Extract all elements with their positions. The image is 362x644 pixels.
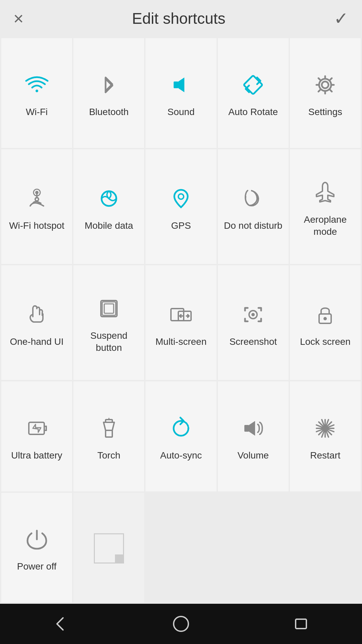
confirm-button[interactable]: ✓ bbox=[334, 8, 349, 29]
shortcut-auto-rotate[interactable]: Auto Rotate bbox=[218, 38, 289, 148]
mobile-data-icon bbox=[94, 183, 124, 214]
screenshot-icon bbox=[238, 300, 268, 330]
shortcut-gps[interactable]: GPS bbox=[145, 149, 216, 264]
svg-point-10 bbox=[178, 194, 184, 199]
auto-sync-label: Auto-sync bbox=[160, 449, 202, 462]
wifi-icon bbox=[22, 70, 52, 100]
mobile-data-label: Mobile data bbox=[84, 220, 133, 232]
shortcut-aeroplane-mode[interactable]: Aeroplane mode bbox=[290, 149, 361, 264]
settings-icon bbox=[310, 70, 340, 100]
shortcut-sound[interactable]: Sound bbox=[145, 38, 216, 148]
shortcut-multi-screen[interactable]: Multi-screen bbox=[145, 265, 216, 380]
suspend-icon bbox=[94, 293, 124, 324]
do-not-disturb-icon bbox=[238, 183, 268, 214]
svg-rect-11 bbox=[101, 301, 117, 317]
one-hand-icon bbox=[22, 300, 52, 330]
shortcut-one-hand-ui[interactable]: One-hand UI bbox=[1, 265, 72, 380]
empty-slot[interactable] bbox=[73, 493, 144, 602]
volume-label: Volume bbox=[237, 449, 268, 462]
bluetooth-label: Bluetooth bbox=[89, 106, 129, 118]
svg-point-17 bbox=[251, 313, 255, 316]
page-title: Edit shortcuts bbox=[132, 9, 226, 28]
shortcut-screenshot[interactable]: Screenshot bbox=[218, 265, 289, 380]
shortcut-ultra-battery[interactable]: Ultra battery bbox=[1, 381, 72, 491]
svg-rect-22 bbox=[106, 430, 112, 437]
shortcut-wifi[interactable]: Wi-Fi bbox=[1, 38, 72, 148]
torch-icon bbox=[94, 413, 124, 443]
auto-rotate-icon bbox=[238, 70, 268, 100]
svg-point-5 bbox=[319, 79, 331, 91]
shortcut-wifi-hotspot[interactable]: Wi-Fi hotspot bbox=[1, 149, 72, 264]
shortcut-suspend-button[interactable]: Suspend button bbox=[73, 265, 144, 380]
aeroplane-icon bbox=[310, 177, 340, 208]
power-off-icon bbox=[22, 524, 52, 554]
shortcut-restart[interactable]: Restart bbox=[290, 381, 361, 491]
lock-screen-icon bbox=[310, 300, 340, 330]
settings-label: Settings bbox=[308, 106, 342, 118]
svg-point-33 bbox=[174, 616, 188, 631]
ultra-battery-label: Ultra battery bbox=[11, 449, 62, 462]
shortcut-settings[interactable]: Settings bbox=[290, 38, 361, 148]
svg-point-4 bbox=[322, 82, 328, 88]
multi-screen-label: Multi-screen bbox=[156, 336, 206, 348]
wifi-hotspot-label: Wi-Fi hotspot bbox=[9, 220, 64, 232]
sound-label: Sound bbox=[168, 106, 195, 118]
shortcut-do-not-disturb[interactable]: Do not disturb bbox=[218, 149, 289, 264]
svg-rect-14 bbox=[171, 309, 184, 321]
wifi-hotspot-icon bbox=[22, 183, 52, 214]
recents-button[interactable] bbox=[288, 610, 315, 637]
svg-rect-24 bbox=[244, 425, 249, 432]
multi-screen-icon bbox=[166, 300, 196, 330]
shortcut-torch[interactable]: Torch bbox=[73, 381, 144, 491]
svg-rect-13 bbox=[104, 304, 114, 313]
suspend-label: Suspend button bbox=[77, 330, 141, 354]
ultra-battery-icon bbox=[22, 413, 52, 443]
shortcut-lock-screen[interactable]: Lock screen bbox=[290, 265, 361, 380]
auto-sync-icon bbox=[166, 413, 196, 443]
bluetooth-icon bbox=[94, 70, 124, 100]
back-button[interactable] bbox=[47, 610, 74, 637]
shortcut-bluetooth[interactable]: Bluetooth bbox=[73, 38, 144, 148]
shortcut-mobile-data[interactable]: Mobile data bbox=[73, 149, 144, 264]
svg-rect-2 bbox=[174, 82, 178, 88]
sound-icon bbox=[166, 70, 196, 100]
home-button[interactable] bbox=[168, 610, 194, 637]
svg-rect-3 bbox=[244, 75, 263, 95]
restart-label: Restart bbox=[310, 449, 340, 462]
aeroplane-label: Aeroplane mode bbox=[293, 214, 357, 238]
one-hand-label: One-hand UI bbox=[10, 336, 63, 348]
shortcut-auto-sync[interactable]: Auto-sync bbox=[145, 381, 216, 491]
torch-label: Torch bbox=[98, 449, 120, 462]
screenshot-label: Screenshot bbox=[229, 336, 277, 348]
volume-icon bbox=[238, 413, 268, 443]
close-button[interactable]: × bbox=[13, 8, 23, 29]
header: × Edit shortcuts ✓ bbox=[0, 0, 362, 37]
svg-point-19 bbox=[323, 317, 327, 320]
shortcut-power-off[interactable]: Power off bbox=[1, 493, 72, 602]
restart-icon bbox=[310, 413, 340, 443]
do-not-disturb-label: Do not disturb bbox=[224, 220, 282, 232]
gps-icon bbox=[166, 183, 196, 214]
auto-rotate-label: Auto Rotate bbox=[228, 106, 278, 118]
shortcuts-grid: Wi-Fi Bluetooth Sound bbox=[0, 37, 362, 604]
bottom-navigation bbox=[0, 604, 362, 644]
gps-label: GPS bbox=[171, 220, 191, 232]
shortcut-volume[interactable]: Volume bbox=[218, 381, 289, 491]
power-off-label: Power off bbox=[17, 560, 57, 573]
wifi-label: Wi-Fi bbox=[26, 106, 48, 118]
lock-screen-label: Lock screen bbox=[300, 336, 351, 348]
svg-rect-34 bbox=[296, 619, 306, 629]
